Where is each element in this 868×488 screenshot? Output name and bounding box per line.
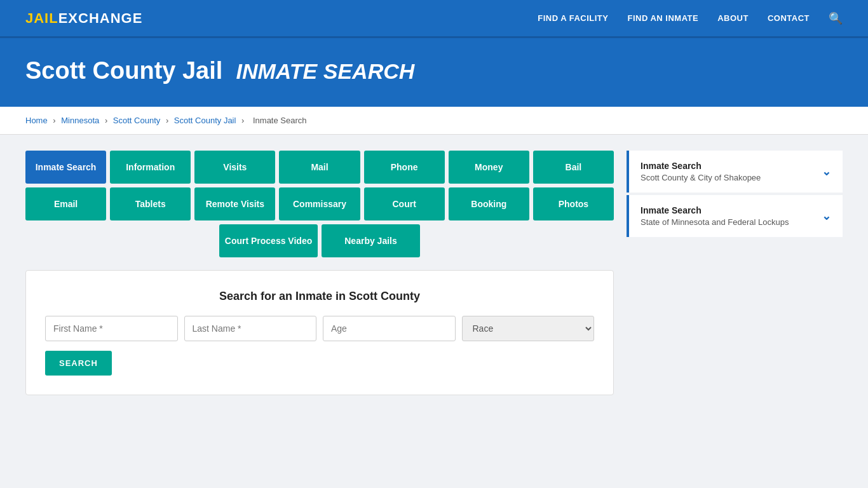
search-icon[interactable]: 🔍 — [829, 11, 843, 25]
breadcrumb-minnesota[interactable]: Minnesota — [61, 116, 99, 125]
sidebar-item-0[interactable]: Inmate Search Scott County & City of Sha… — [627, 151, 843, 193]
tab-commissary[interactable]: Commissary — [279, 187, 360, 220]
tab-remote-visits[interactable]: Remote Visits — [194, 187, 275, 220]
hero-title-main: Scott County Jail — [25, 57, 222, 84]
first-name-input[interactable] — [45, 316, 178, 341]
breadcrumb-sep1: › — [53, 116, 58, 125]
search-title: Search for an Inmate in Scott County — [45, 290, 594, 303]
search-box: Search for an Inmate in Scott County Rac… — [25, 270, 614, 395]
tabs-row1: Inmate Search Information Visits Mail Ph… — [25, 151, 614, 184]
breadcrumb-sep4: › — [241, 116, 247, 125]
tab-phone[interactable]: Phone — [364, 151, 445, 184]
breadcrumb: Home › Minnesota › Scott County › Scott … — [0, 107, 868, 135]
tab-information[interactable]: Information — [110, 151, 191, 184]
nav-about[interactable]: ABOUT — [717, 13, 749, 23]
tab-court-process-video[interactable]: Court Process Video — [219, 224, 318, 257]
nav-find-inmate[interactable]: FIND AN INMATE — [627, 13, 698, 23]
sidebar-item-0-title: Inmate Search — [641, 161, 761, 171]
tab-inmate-search[interactable]: Inmate Search — [25, 151, 106, 184]
breadcrumb-scott-county[interactable]: Scott County — [113, 116, 160, 125]
sidebar-item-1-title: Inmate Search — [641, 205, 789, 215]
breadcrumb-sep2: › — [105, 116, 110, 125]
right-panel: Inmate Search Scott County & City of Sha… — [627, 151, 843, 240]
tab-photos[interactable]: Photos — [533, 187, 614, 220]
nav-contact[interactable]: CONTACT — [768, 13, 810, 23]
breadcrumb-current: Inmate Search — [253, 116, 307, 125]
sidebar-item-1-subtitle: State of Minnesota and Federal Lockups — [641, 217, 789, 227]
page-title: Scott County Jail INMATE SEARCH — [25, 57, 843, 85]
breadcrumb-scott-county-jail[interactable]: Scott County Jail — [174, 116, 236, 125]
search-fields: Race White Black Hispanic Asian Other — [45, 316, 594, 341]
tab-visits[interactable]: Visits — [194, 151, 275, 184]
tab-nearby-jails[interactable]: Nearby Jails — [322, 224, 420, 257]
tab-booking[interactable]: Booking — [449, 187, 529, 220]
chevron-down-icon-0: ⌄ — [822, 165, 831, 179]
tab-tablets[interactable]: Tablets — [110, 187, 191, 220]
tab-email[interactable]: Email — [25, 187, 106, 220]
sidebar-item-1-text: Inmate Search State of Minnesota and Fed… — [641, 205, 789, 227]
breadcrumb-home[interactable]: Home — [25, 116, 48, 125]
navbar: JAILEXCHANGE FIND A FACILITY FIND AN INM… — [0, 0, 868, 38]
sidebar-item-1[interactable]: Inmate Search State of Minnesota and Fed… — [627, 195, 843, 237]
tabs-row2: Email Tablets Remote Visits Commissary C… — [25, 187, 614, 220]
logo-exchange: EXCHANGE — [58, 10, 143, 26]
tabs-row3: Court Process Video Nearby Jails — [25, 224, 614, 257]
search-button[interactable]: SEARCH — [45, 351, 112, 376]
main-content: Inmate Search Information Visits Mail Ph… — [0, 135, 868, 411]
logo-jail: JAIL — [25, 10, 58, 26]
sidebar-item-0-text: Inmate Search Scott County & City of Sha… — [641, 161, 761, 182]
left-panel: Inmate Search Information Visits Mail Ph… — [25, 151, 614, 395]
age-input[interactable] — [323, 316, 456, 341]
nav-find-facility[interactable]: FIND A FACILITY — [538, 13, 608, 23]
tab-money[interactable]: Money — [449, 151, 529, 184]
hero-section: Scott County Jail INMATE SEARCH — [0, 38, 868, 107]
breadcrumb-sep3: › — [166, 116, 171, 125]
tab-mail[interactable]: Mail — [279, 151, 360, 184]
site-logo[interactable]: JAILEXCHANGE — [25, 10, 142, 27]
tab-bail[interactable]: Bail — [533, 151, 614, 184]
chevron-down-icon-1: ⌄ — [822, 209, 831, 223]
hero-title-italic: INMATE SEARCH — [236, 59, 415, 83]
sidebar-item-0-subtitle: Scott County & City of Shakopee — [641, 173, 761, 182]
last-name-input[interactable] — [184, 316, 317, 341]
nav-links: FIND A FACILITY FIND AN INMATE ABOUT CON… — [538, 11, 843, 25]
tab-court[interactable]: Court — [364, 187, 445, 220]
race-select[interactable]: Race White Black Hispanic Asian Other — [462, 316, 595, 341]
